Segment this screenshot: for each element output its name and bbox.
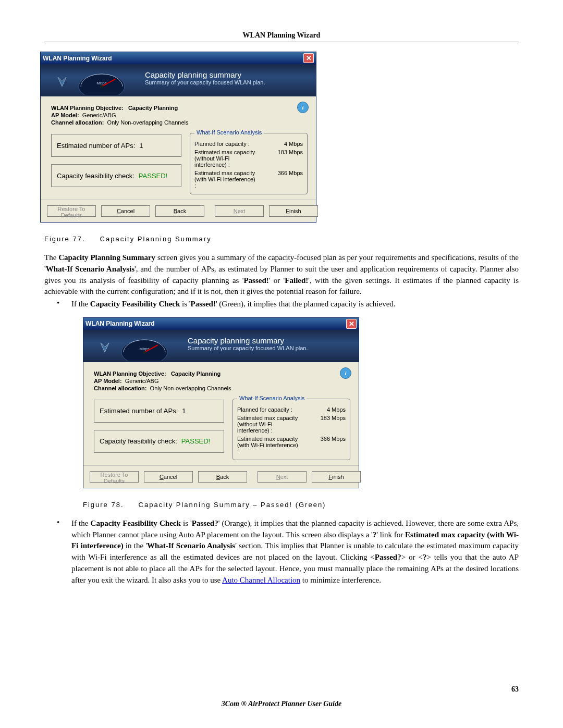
feasibility-label: Capacity feasibility check: xyxy=(57,172,134,180)
back-button[interactable]: Back xyxy=(155,205,204,217)
apmodel-value: Generic/ABG xyxy=(82,112,116,118)
objective-label: WLAN Planning Objective: xyxy=(51,105,124,111)
wizard-dialog: WLAN Planning Wizard ✕ Mbps Capacity pla… xyxy=(40,52,316,223)
wizard-dialog-2: WLAN Planning Wizard ✕ Mbps Capacity pla… xyxy=(83,317,359,488)
estimated-aps-label: Estimated number of APs: xyxy=(57,142,135,150)
titlebar: WLAN Planning Wizard ✕ xyxy=(41,52,316,64)
estimated-aps-box: Estimated number of APs: 1 xyxy=(51,134,181,157)
restore-button[interactable]: Restore To Defaults xyxy=(47,205,96,217)
button-bar: Restore To Defaults Cancel Back Next Fin… xyxy=(41,200,316,222)
whatif-legend: What-If Scenario Analysis xyxy=(194,129,264,135)
gauge-icon: Mbps xyxy=(41,64,143,96)
auto-channel-link[interactable]: Auto Channel Allocation xyxy=(222,576,300,584)
titlebar: WLAN Planning Wizard ✕ xyxy=(83,318,359,330)
svg-point-8 xyxy=(143,351,146,354)
estimated-aps-value: 1 xyxy=(139,142,143,150)
page-number: 63 xyxy=(511,685,519,694)
chan-value: Only Non-overlapping Channels xyxy=(107,119,189,126)
apmodel-label: AP Model: xyxy=(51,112,79,118)
finish-button[interactable]: Finish xyxy=(269,205,318,217)
planned-value: 4 Mbps xyxy=(272,141,303,147)
bullet-2: • If the Capacity Feasibility Check is '… xyxy=(57,518,519,586)
paragraph-1: The Capacity Planning Summary screen giv… xyxy=(44,252,519,298)
banner-subtitle: Summary of your capacity focused WLAN pl… xyxy=(188,345,353,351)
back-button[interactable]: Back xyxy=(198,471,247,483)
nowifi-label: Estimated max capacity (without Wi-Fi in… xyxy=(194,149,257,168)
chan-label: Channel allocation: xyxy=(51,119,104,126)
banner-title: Capacity planning summary xyxy=(145,70,311,79)
whatif-fieldset: What-If Scenario Analysis Planned for ca… xyxy=(190,133,308,194)
info-icon[interactable]: i xyxy=(340,367,351,379)
banner-subtitle: Summary of your capacity focused WLAN pl… xyxy=(145,79,311,85)
cancel-button[interactable]: Cancel xyxy=(101,205,150,217)
next-button[interactable]: Next xyxy=(258,471,307,483)
wifi-value: 366 Mbps xyxy=(272,170,303,176)
titlebar-text: WLAN Planning Wizard xyxy=(85,320,155,327)
nowifi-value: 183 Mbps xyxy=(272,149,303,155)
running-header: WLAN Planning Wizard xyxy=(44,31,519,40)
cancel-button[interactable]: Cancel xyxy=(144,471,193,483)
banner: Mbps Capacity planning summary Summary o… xyxy=(41,64,316,96)
finish-button[interactable]: Finish xyxy=(312,471,361,483)
feasibility-box: Capacity feasibility check: PASSED! xyxy=(51,164,181,187)
bullet-1: • If the Capacity Feasibility Check is '… xyxy=(57,299,519,310)
feasibility-box: Capacity feasibility check: PASSED! xyxy=(94,430,224,453)
banner-title: Capacity planning summary xyxy=(188,336,353,345)
objective-value: Capacity Planning xyxy=(128,105,178,111)
titlebar-text: WLAN Planning Wizard xyxy=(43,55,112,62)
estimated-aps-box: Estimated number of APs: 1 xyxy=(94,400,224,423)
restore-button[interactable]: Restore To Defaults xyxy=(90,471,139,483)
close-icon[interactable]: ✕ xyxy=(346,319,357,329)
svg-point-4 xyxy=(100,85,103,88)
button-bar: Restore To Defaults Cancel Back Next Fin… xyxy=(83,465,359,488)
whatif-fieldset: What-If Scenario Analysis Planned for ca… xyxy=(232,399,350,460)
feasibility-value: PASSED! xyxy=(139,172,167,180)
spec-block: WLAN Planning Objective: Capacity Planni… xyxy=(94,371,350,391)
gauge-icon: Mbps xyxy=(83,330,186,362)
figure-caption-2: Figure 78. Capacity Planning Summary – P… xyxy=(83,501,519,509)
next-button[interactable]: Next xyxy=(215,205,264,217)
spec-block: WLAN Planning Objective: Capacity Planni… xyxy=(51,105,308,126)
info-icon[interactable]: i xyxy=(297,102,309,113)
banner: Mbps Capacity planning summary Summary o… xyxy=(83,330,359,362)
planned-label: Planned for capacity : xyxy=(194,141,250,147)
figure-caption-1: Figure 77. Capacity Planning Summary xyxy=(44,235,519,243)
close-icon[interactable]: ✕ xyxy=(303,53,314,63)
header-rule xyxy=(44,42,519,42)
footer: 3Com ® AirProtect Planner User Guide xyxy=(0,700,563,708)
wifi-label: Estimated max capacity (with Wi-Fi inter… xyxy=(194,170,257,189)
